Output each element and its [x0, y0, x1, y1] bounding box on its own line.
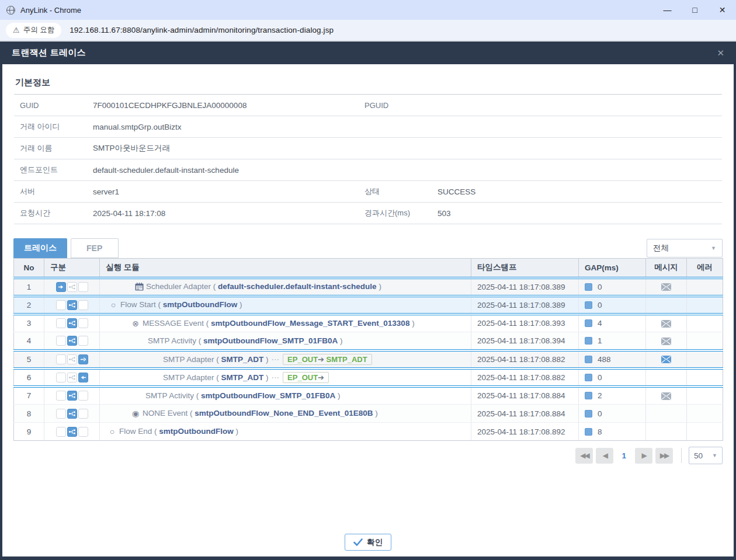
message-envelope-icon[interactable]	[661, 336, 671, 345]
trace-row[interactable]: 9○Flow End ( smtpOutboundFlow )2025-04-1…	[14, 423, 723, 441]
message-envelope-icon[interactable]	[661, 283, 671, 291]
field-value: 2025-04-11 18:17:08	[93, 209, 359, 218]
gap-indicator-icon	[585, 374, 592, 381]
cell-timestamp: 2025-04-11 18:17:08.389	[471, 278, 579, 296]
dialog-title: 트랜잭션 트레이스	[12, 47, 86, 58]
close-dialog-icon[interactable]: ✕	[717, 48, 724, 58]
message-envelope-icon[interactable]	[661, 355, 671, 364]
cell-no: 2	[14, 296, 44, 314]
tab-fep[interactable]: FEP	[71, 238, 119, 258]
prev-page-button[interactable]: ◀	[596, 448, 613, 464]
cell-timestamp: 2025-04-11 18:17:08.393	[471, 314, 579, 332]
gap-value: 4	[598, 319, 602, 328]
trace-row[interactable]: 3⊗MESSAGE Event ( smtpOutboundFlow_Messa…	[14, 314, 723, 332]
module-type-label: Flow End (	[119, 427, 159, 436]
maximize-button[interactable]: □	[681, 0, 709, 20]
cell-module: Scheduler Adapter ( default-scheduler.de…	[100, 278, 471, 296]
slot-empty	[56, 318, 66, 328]
cell-type-flags	[44, 423, 100, 441]
message-envelope-icon[interactable]	[661, 391, 671, 400]
url-text[interactable]: 192.168.11.67:8808/anylink-admin/admin/m…	[70, 26, 334, 34]
gap-indicator-icon	[585, 301, 592, 309]
slot-empty	[56, 336, 66, 346]
gap-value: 0	[598, 283, 602, 291]
slot-empty	[56, 409, 66, 419]
slot-empty	[78, 391, 88, 401]
tab-trace[interactable]: 트레이스	[13, 238, 67, 258]
cell-gap: 488	[579, 350, 646, 368]
cell-error	[687, 278, 723, 296]
slot-empty	[78, 318, 88, 328]
cell-gap: 0	[579, 368, 646, 387]
col-header-error: 에러	[687, 259, 723, 278]
cell-type-flags	[44, 368, 100, 387]
address-bar[interactable]: ⚠ 주의 요함 192.168.11.67:8808/anylink-admin…	[0, 20, 736, 41]
last-page-button[interactable]: ▶▶	[655, 448, 673, 464]
trace-row[interactable]: 4SMTP Activity ( smtpOutboundFlow_SMTP_0…	[14, 332, 723, 350]
current-page-number[interactable]: 1	[622, 451, 626, 460]
cell-timestamp: 2025-04-11 18:17:08.892	[471, 423, 579, 441]
next-page-button[interactable]: ▶	[635, 448, 652, 464]
module-name: smtpOutboundFlow_SMTP_01FB0A	[201, 391, 335, 400]
first-page-button[interactable]: ◀◀	[575, 448, 593, 464]
pagination: ◀◀ ◀ 1 ▶ ▶▶ 50 ▼	[13, 447, 723, 464]
slot-empty	[56, 373, 66, 382]
field-value: default-scheduler.default-instant-schedu…	[93, 166, 239, 175]
dialog-header: 트랜잭션 트레이스 ✕	[2, 41, 734, 64]
confirm-button[interactable]: 확인	[345, 534, 391, 551]
gap-indicator-icon	[585, 428, 592, 436]
module-suffix: )	[335, 391, 340, 400]
page-size-select[interactable]: 50 ▼	[689, 447, 723, 464]
basic-info-section: 기본정보 GUID 7F000101CECDHPKFGJBNLEJA000000…	[14, 76, 722, 224]
none-event-icon: ◉	[130, 409, 141, 418]
cell-no: 8	[14, 405, 44, 423]
module-name: smtpOutboundFlow_SMTP_01FB0A	[203, 336, 338, 345]
cell-gap: 8	[579, 423, 646, 441]
trace-row[interactable]: 7SMTP Activity ( smtpOutboundFlow_SMTP_0…	[14, 387, 723, 405]
chevron-down-icon: ▼	[711, 245, 716, 251]
cell-no: 5	[14, 350, 44, 368]
security-chip[interactable]: ⚠ 주의 요함	[6, 23, 61, 38]
module-name: SMTP_ADT	[221, 373, 264, 382]
trace-row[interactable]: 8◉NONE Event ( smtpOutboundFlow_None_END…	[14, 405, 723, 423]
trace-row[interactable]: 2○Flow Start ( smtpOutboundFlow )2025-04…	[14, 296, 723, 314]
cell-no: 7	[14, 387, 44, 405]
field-value: 7F000101CECDHPKFGJBNLEJA00000008	[93, 101, 359, 110]
basic-info-title: 기본정보	[14, 76, 722, 95]
cell-message	[646, 296, 687, 314]
close-window-button[interactable]: ✕	[709, 0, 736, 20]
gap-indicator-icon	[585, 356, 592, 363]
module-suffix: )	[338, 336, 342, 345]
flow-icon	[67, 373, 77, 382]
endpoint-tag: EP_OUT➔ SMTP_ADT	[283, 354, 372, 365]
cell-module: ◉NONE Event ( smtpOutboundFlow_None_END_…	[100, 405, 471, 423]
cell-module: ○Flow Start ( smtpOutboundFlow )	[100, 296, 471, 314]
gap-value: 1	[598, 336, 602, 345]
filter-selected-value: 전체	[653, 243, 669, 253]
cell-gap: 0	[579, 296, 646, 314]
flow-icon	[67, 427, 77, 437]
module-type-label: Scheduler Adapter (	[146, 282, 218, 291]
cell-message	[646, 314, 687, 332]
minimize-button[interactable]: —	[654, 0, 681, 20]
flow-icon	[67, 336, 77, 346]
field-label: PGUID	[359, 101, 438, 110]
adapter-out-icon	[78, 354, 88, 364]
cell-type-flags	[44, 387, 100, 405]
tab-strip: 트레이스 FEP 전체 ▼	[13, 238, 723, 258]
filter-select[interactable]: 전체 ▼	[647, 239, 723, 258]
module-type-label: SMTP Activity (	[148, 336, 203, 345]
trace-row[interactable]: 5SMTP Adapter ( SMTP_ADT )⋯EP_OUT➔ SMTP_…	[14, 350, 723, 368]
cell-message	[646, 387, 687, 405]
module-type-label: SMTP Adapter (	[163, 355, 221, 364]
field-label: GUID	[14, 101, 93, 110]
cell-module: SMTP Activity ( smtpOutboundFlow_SMTP_01…	[100, 332, 471, 350]
slot-empty	[78, 409, 88, 419]
window-titlebar: AnyLink - Chrome — □ ✕	[0, 0, 736, 20]
check-icon	[353, 538, 363, 546]
table-header-row: No 구분 실행 모듈 타임스탬프 GAP(ms) 메시지 에러	[14, 259, 723, 278]
message-envelope-icon[interactable]	[661, 319, 671, 328]
trace-row[interactable]: 6SMTP Adapter ( SMTP_ADT )⋯EP_OUT➔ 2025-…	[14, 368, 723, 387]
cell-message	[646, 332, 687, 350]
trace-row[interactable]: 1Scheduler Adapter ( default-scheduler.d…	[14, 278, 723, 296]
